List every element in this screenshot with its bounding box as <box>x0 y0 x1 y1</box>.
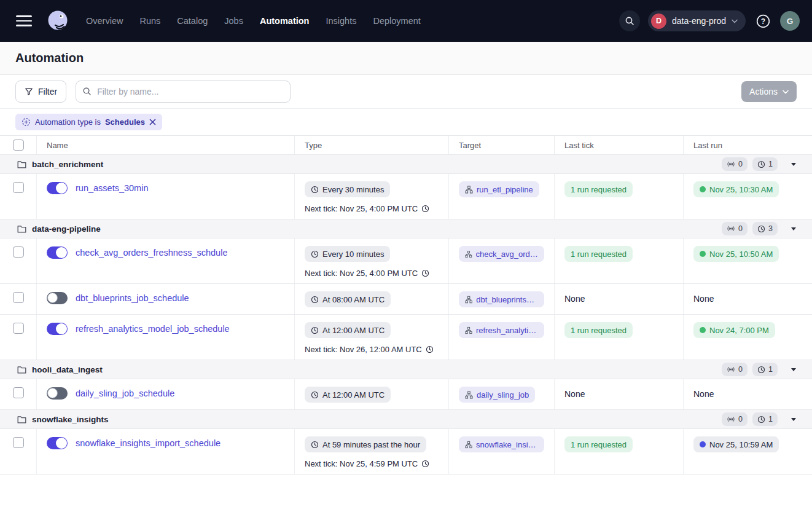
last-run-pill[interactable]: Nov 25, 10:30 AM <box>693 181 779 197</box>
next-tick: Next tick: Nov 26, 12:00 AM UTC <box>305 345 439 354</box>
row-checkbox[interactable] <box>13 246 24 258</box>
target-pill[interactable]: refresh_analytics_r <box>459 322 544 338</box>
last-tick-pill: 1 run requested <box>564 322 633 338</box>
last-tick-cell: 1 run requested <box>555 315 684 360</box>
search-button[interactable] <box>619 10 640 31</box>
group-expand-caret[interactable] <box>791 368 796 371</box>
schedule-name-link[interactable]: refresh_analytics_model_job_schedule <box>76 323 230 335</box>
last-run-pill[interactable]: Nov 24, 7:00 PM <box>693 322 775 338</box>
nav-item-insights[interactable]: Insights <box>326 16 356 26</box>
schedule-toggle[interactable] <box>47 437 68 449</box>
svg-text:?: ? <box>760 17 765 26</box>
select-all-checkbox[interactable] <box>13 140 24 151</box>
name-filter-input[interactable] <box>76 81 291 103</box>
group-name: data-eng-pipeline <box>32 224 101 234</box>
schedule-type-label: At 12:00 AM UTC <box>322 390 385 400</box>
schedule-name-link[interactable]: daily_sling_job_schedule <box>76 387 174 400</box>
schedule-name-link[interactable]: snowflake_insights_import_schedule <box>76 437 221 449</box>
target-pill[interactable]: snowflake_insights <box>459 436 544 452</box>
schedule-row: check_avg_orders_freshness_schdule Every… <box>0 238 812 284</box>
group-row[interactable]: snowflake_insights 0 1 <box>0 410 812 429</box>
dagster-logo[interactable] <box>45 9 70 33</box>
last-tick-label: 1 run requested <box>571 185 627 194</box>
schedule-type-pill: Every 10 minutes <box>305 246 390 262</box>
next-tick: Next tick: Nov 25, 4:00 PM UTC <box>305 204 439 213</box>
column-header-last-run: Last run <box>684 136 812 154</box>
column-header-last-tick: Last tick <box>555 136 684 154</box>
filter-chip-value: Schedules <box>105 117 145 127</box>
clock-icon <box>757 160 765 168</box>
target-pill[interactable]: dbt_blueprints_job <box>459 291 544 307</box>
clock-icon <box>421 460 429 468</box>
filter-button[interactable]: Filter <box>15 81 66 103</box>
sensor-icon <box>727 225 735 232</box>
nav-item-deployment[interactable]: Deployment <box>373 16 420 26</box>
group-expand-caret[interactable] <box>791 418 796 421</box>
automation-type-filter-chip[interactable]: Automation type is Schedules <box>15 114 162 130</box>
last-run-label: Nov 25, 10:50 AM <box>709 250 773 259</box>
last-tick-cell: None <box>555 379 684 409</box>
schedule-toggle[interactable] <box>47 292 68 304</box>
row-checkbox[interactable] <box>13 292 24 303</box>
last-run-cell: Nov 25, 10:59 AM <box>684 429 812 474</box>
last-run-cell: None <box>684 379 812 409</box>
target-pill[interactable]: check_avg_orders_ <box>459 246 544 262</box>
last-run-pill[interactable]: Nov 25, 10:59 AM <box>693 436 779 452</box>
deployment-initial-badge: D <box>651 14 666 29</box>
nav-item-runs[interactable]: Runs <box>139 16 160 26</box>
last-run-pill[interactable]: Nov 25, 10:50 AM <box>693 246 779 262</box>
group-sensor-count: 0 <box>738 365 743 374</box>
column-header-name: Name <box>37 136 295 154</box>
deployment-name: data-eng-prod <box>672 16 726 26</box>
row-checkbox[interactable] <box>13 182 24 193</box>
schedule-toggle[interactable] <box>47 323 68 335</box>
schedule-row: dbt_blueprints_job_schedule At 08:00 AM … <box>0 284 812 315</box>
deployment-switcher[interactable]: D data-eng-prod <box>648 10 746 31</box>
help-button[interactable]: ? <box>754 12 772 30</box>
schedule-type-pill: At 12:00 AM UTC <box>305 322 391 338</box>
remove-filter-icon[interactable] <box>149 119 156 125</box>
schedule-type-pill: At 08:00 AM UTC <box>305 291 391 307</box>
schedule-type-label: Every 10 minutes <box>322 250 384 259</box>
last-run-cell: Nov 25, 10:30 AM <box>684 174 812 219</box>
row-checkbox[interactable] <box>13 387 24 398</box>
target-label: daily_sling_job <box>477 390 529 400</box>
schedule-toggle[interactable] <box>47 387 68 400</box>
nav-item-overview[interactable]: Overview <box>86 16 123 26</box>
schedule-type-label: At 08:00 AM UTC <box>322 295 385 304</box>
group-name: batch_enrichment <box>32 160 103 169</box>
nav-item-jobs[interactable]: Jobs <box>224 16 243 26</box>
schedule-toggle[interactable] <box>47 246 68 259</box>
target-label: snowflake_insights <box>476 440 538 449</box>
sensor-count-badge: 0 <box>722 222 748 235</box>
next-tick: Next tick: Nov 25, 4:59 PM UTC <box>305 459 439 468</box>
group-expand-caret[interactable] <box>791 227 796 230</box>
nav-item-catalog[interactable]: Catalog <box>177 16 208 26</box>
clock-icon <box>311 441 319 449</box>
group-row[interactable]: batch_enrichment 0 1 <box>0 155 812 174</box>
row-checkbox[interactable] <box>13 323 24 334</box>
table-header-row: Name Type Target Last tick Last run <box>0 136 812 155</box>
nav-item-automation[interactable]: Automation <box>260 16 310 26</box>
group-expand-caret[interactable] <box>791 163 796 166</box>
active-filters-row: Automation type is Schedules <box>0 109 812 136</box>
last-tick-pill: 1 run requested <box>564 436 633 452</box>
next-tick-label: Next tick: Nov 26, 12:00 AM UTC <box>305 345 422 354</box>
schedule-name-link[interactable]: run_assets_30min <box>76 182 149 194</box>
schedule-name-link[interactable]: dbt_blueprints_job_schedule <box>76 292 189 304</box>
sensor-icon <box>727 160 735 168</box>
group-row[interactable]: data-eng-pipeline 0 3 <box>0 219 812 238</box>
schedule-name-link[interactable]: check_avg_orders_freshness_schdule <box>76 246 227 259</box>
hamburger-menu-icon[interactable] <box>16 15 32 26</box>
schedule-toggle[interactable] <box>47 182 68 194</box>
target-pill[interactable]: run_etl_pipeline <box>459 181 539 197</box>
actions-button[interactable]: Actions <box>741 81 797 102</box>
row-checkbox[interactable] <box>13 437 24 448</box>
schedule-count-badge: 1 <box>752 157 778 171</box>
group-row[interactable]: hooli_data_ingest 0 1 <box>0 360 812 379</box>
run-status-dot <box>700 251 706 257</box>
last-run-cell: None <box>684 284 812 314</box>
target-pill[interactable]: daily_sling_job <box>459 387 535 403</box>
user-avatar[interactable]: G <box>780 11 800 31</box>
last-run-cell: Nov 25, 10:50 AM <box>684 238 812 283</box>
